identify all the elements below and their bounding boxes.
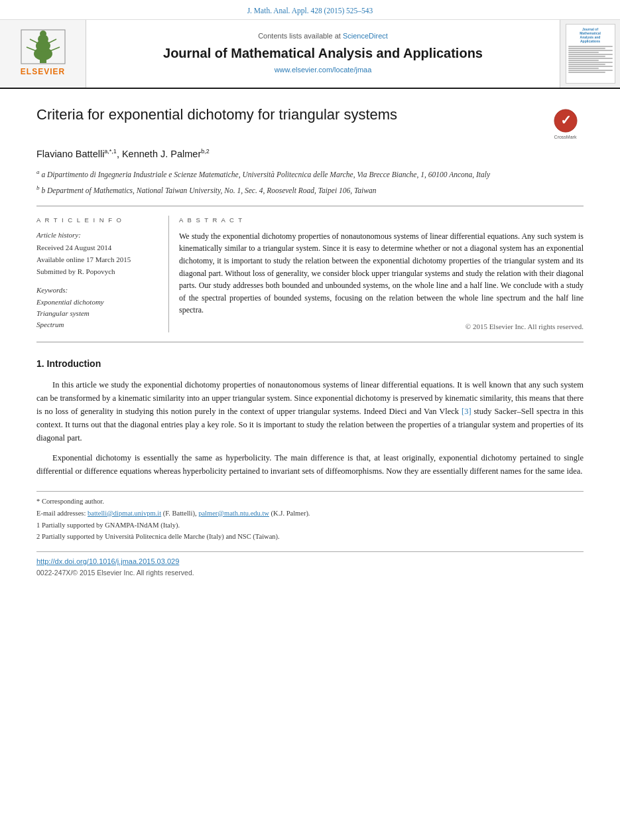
email-2-name: (K.J. Palmer). (271, 510, 310, 517)
copyright-line: © 2015 Elsevier Inc. All rights reserved… (179, 322, 584, 332)
received-date: Received 24 August 2014 (36, 243, 158, 253)
journal-url[interactable]: www.elsevier.com/locate/jmaa (275, 65, 372, 76)
contents-available-text: Contents lists available at ScienceDirec… (258, 31, 388, 42)
doi-link[interactable]: http://dx.doi.org/10.1016/j.jmaa.2015.03… (36, 557, 179, 565)
authors-line: Flaviano Battellia,*,1, Kenneth J. Palme… (36, 147, 584, 161)
intro-paragraph-2: Exponential dichotomy is essentially the… (36, 451, 584, 478)
submitted-by: Submitted by R. Popovych (36, 267, 158, 277)
email-1-name: (F. Battelli), (163, 510, 197, 517)
keywords-label: Keywords: (36, 285, 158, 296)
elsevier-logo: ELSEVIER (0, 20, 86, 88)
thumb-title: Journal ofMathematicalAnalysis andApplic… (580, 27, 601, 43)
paper-title: Criteria for exponential dichotomy for t… (36, 105, 534, 125)
article-info-header: A R T I C L E I N F O (36, 216, 158, 225)
email-2-link[interactable]: palmer@math.ntu.edu.tw (198, 510, 269, 517)
introduction-section: 1. Introduction In this article we study… (36, 357, 584, 478)
intro-paragraph-1: In this article we study the exponential… (36, 378, 584, 445)
keyword-1: Exponential dichotomy (36, 297, 158, 308)
footnote-2: 2 Partially supported by Università Poli… (36, 532, 584, 542)
footnotes-area: * Corresponding author. E-mail addresses… (36, 491, 584, 542)
affil-a-text: a Dipartimento di Ingegneria Industriale… (41, 171, 490, 178)
elsevier-tree-icon (20, 29, 66, 65)
crossmark-icon: ✓ (554, 109, 578, 133)
page: J. Math. Anal. Appl. 428 (2015) 525–543 … (0, 0, 620, 840)
keyword-2: Triangular system (36, 309, 158, 319)
journal-thumbnail: Journal ofMathematicalAnalysis andApplic… (560, 20, 620, 88)
svg-line-6 (50, 47, 60, 51)
available-date: Available online 17 March 2015 (36, 255, 158, 265)
elsevier-brand-text: ELSEVIER (21, 66, 65, 78)
divider-after-abstract (36, 342, 584, 342)
journal-thumb-image: Journal ofMathematicalAnalysis andApplic… (566, 24, 615, 84)
affiliation-b: b b Department of Mathematics, National … (36, 184, 584, 196)
divider-after-affiliations (36, 206, 584, 206)
journal-header: ELSEVIER Contents lists available at Sci… (0, 20, 620, 89)
journal-ref-text: J. Math. Anal. Appl. 428 (2015) 525–543 (247, 7, 373, 15)
article-info-abstract-container: A R T I C L E I N F O Article history: R… (36, 216, 584, 332)
author-sup-a: a,*,1 (104, 148, 117, 155)
svg-line-5 (27, 47, 36, 51)
crossmark-label: CrossMark (554, 134, 577, 141)
reference-3-link[interactable]: [3] (462, 407, 471, 416)
sciencedirect-link[interactable]: ScienceDirect (343, 32, 388, 40)
keywords-section: Keywords: Exponential dichotomy Triangul… (36, 285, 158, 331)
footnote-emails: E-mail addresses: battelli@dipmat.univpm… (36, 509, 584, 519)
journal-reference: J. Math. Anal. Appl. 428 (2015) 525–543 (0, 0, 620, 20)
svg-line-7 (30, 39, 38, 43)
thumb-decorative-lines (568, 45, 613, 74)
section-1-title: 1. Introduction (36, 357, 584, 370)
svg-line-8 (48, 39, 56, 43)
affil-b-text: b Department of Mathematics, National Ta… (41, 186, 376, 194)
paper-title-row: Criteria for exponential dichotomy for t… (36, 105, 584, 141)
affiliation-a: a a Dipartimento di Ingegneria Industria… (36, 168, 584, 180)
email-1-link[interactable]: battelli@dipmat.univpm.it (88, 510, 161, 517)
doi-area: http://dx.doi.org/10.1016/j.jmaa.2015.03… (36, 551, 584, 578)
issn-line: 0022-247X/© 2015 Elsevier Inc. All right… (36, 568, 584, 578)
affil-marker-b: b (36, 184, 40, 191)
footnote-corresponding: * Corresponding author. (36, 497, 584, 507)
abstract-body: We study the exponential dichotomy prope… (179, 230, 584, 316)
svg-point-4 (40, 31, 46, 37)
footnote-1: 1 Partially supported by GNAMPA-INdAM (I… (36, 521, 584, 531)
emails-label: E-mail addresses: (36, 510, 86, 517)
affil-marker-a: a (36, 169, 40, 175)
abstract-header: A B S T R A C T (179, 216, 584, 225)
abstract-section: A B S T R A C T We study the exponential… (179, 216, 584, 332)
article-info-column: A R T I C L E I N F O Article history: R… (36, 216, 169, 332)
paper-content: Criteria for exponential dichotomy for t… (0, 89, 620, 591)
journal-title-area: Contents lists available at ScienceDirec… (86, 20, 560, 88)
journal-title: Journal of Mathematical Analysis and App… (163, 44, 483, 62)
keyword-3: Spectrum (36, 320, 158, 330)
crossmark-badge[interactable]: ✓ CrossMark (547, 109, 584, 141)
author-sup-b: b,2 (201, 148, 210, 155)
svg-text:✓: ✓ (560, 113, 571, 127)
article-history-label: Article history: (36, 230, 158, 241)
